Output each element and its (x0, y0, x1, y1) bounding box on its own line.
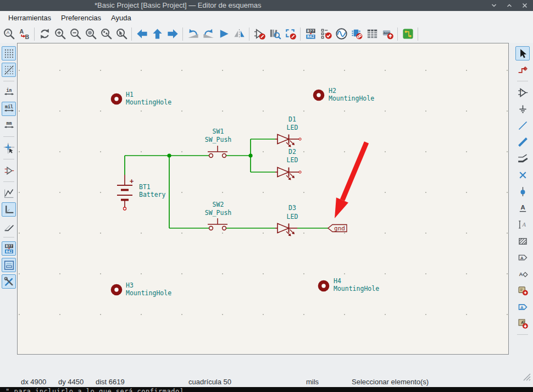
tool-draw-wire-tool[interactable] (515, 118, 530, 132)
toolbar-undo[interactable] (185, 26, 201, 42)
close-button[interactable] (521, 2, 529, 9)
tool-no-connect-tool[interactable] (515, 168, 530, 182)
component-h2[interactable]: H2 MountingHole (313, 87, 374, 102)
resize-grip-icon[interactable] (522, 372, 531, 383)
svg-text:LED: LED (287, 213, 298, 220)
toolbar-browse-libraries[interactable] (267, 26, 282, 42)
hiersheetplus-icon (517, 285, 529, 296)
tool-wires-45-degree[interactable] (2, 219, 16, 233)
component-sw1[interactable]: SW1 SW_Push (205, 128, 231, 157)
component-h1[interactable]: H1 MountingHole (111, 91, 171, 106)
component-d3[interactable]: D3 LED (275, 204, 298, 236)
tool-net-label-tool[interactable]: A (515, 201, 530, 215)
svg-text:D1: D1 (288, 115, 296, 123)
toolbar-assign-footprints[interactable] (349, 26, 364, 42)
svg-text:A: A (520, 255, 523, 260)
tool-wires-any-angle[interactable] (2, 186, 16, 200)
toolbar-zoom-in[interactable] (52, 26, 68, 42)
toolbar-redo[interactable] (201, 26, 216, 42)
svg-text:B: B (25, 34, 29, 40)
tool-textbox-tool[interactable]: A (515, 217, 530, 231)
toolbar-export-bom[interactable]: .bom (380, 26, 395, 42)
tool-properties-panel[interactable] (2, 274, 16, 289)
netlabel-icon: A (517, 252, 529, 263)
tool-wire-to-bus-entry-tool[interactable] (515, 151, 530, 165)
component-d1[interactable]: D1 LED (275, 115, 301, 147)
tool-shape-tool[interactable] (515, 234, 530, 248)
tool-grid-override[interactable] (2, 63, 16, 77)
junction-dot[interactable] (248, 153, 252, 157)
tool-show-annotations[interactable]: R??R42 (2, 241, 16, 256)
maximize-button[interactable] (506, 2, 513, 9)
svg-text:MountingHole: MountingHole (126, 98, 171, 106)
junction-dot[interactable] (167, 153, 171, 157)
menu-herramientas[interactable]: Herramientas (3, 11, 56, 25)
component-sw2[interactable]: SW2 SW_Push (205, 201, 231, 230)
toolbar-zoom-fit-page[interactable] (83, 26, 98, 42)
toolbar-find-replace[interactable]: AB (16, 26, 32, 42)
svg-text:A: A (520, 204, 525, 211)
toolbar-erc-check[interactable] (318, 26, 334, 42)
tool-show-grid[interactable] (2, 46, 16, 60)
separator (34, 27, 35, 41)
tool-draw-bus-tool[interactable] (515, 135, 530, 149)
toolbar-edit-symbol[interactable] (252, 26, 267, 42)
component-bt1[interactable]: + BT1 Battery (117, 175, 166, 210)
tool-place-power-tool[interactable] (515, 102, 530, 116)
power-label-gnd[interactable]: gnd (328, 225, 347, 233)
menu-preferencias[interactable]: Preferencias (56, 11, 106, 25)
bom-icon: .bom (381, 27, 394, 40)
toolbar-symbol-fields-table[interactable] (364, 26, 380, 42)
schematic-canvas[interactable]: H1 MountingHole H2 MountingHole H3 Mount… (17, 43, 509, 355)
toolbar-mirror[interactable] (231, 26, 247, 42)
menu-ayuda[interactable]: Ayuda (106, 11, 136, 25)
tool-highlight-net-tool[interactable] (515, 63, 530, 77)
toolbar-zoom-selection[interactable] (114, 26, 129, 42)
svg-text:SW2: SW2 (213, 201, 224, 208)
busentry-icon (517, 153, 529, 164)
toolbar-edit-sheet[interactable] (282, 26, 298, 42)
svg-text:A: A (519, 271, 523, 277)
toolbar-simulator[interactable] (334, 26, 349, 42)
tool-units-mils[interactable]: mil (2, 102, 16, 116)
tool-wires-orthogonal[interactable] (2, 202, 16, 217)
svg-text:H4: H4 (334, 277, 341, 285)
toolbar-navigate-back[interactable] (134, 26, 149, 42)
tool-select-tool[interactable] (515, 46, 530, 60)
component-h4[interactable]: H4 MountingHole (318, 277, 379, 292)
tool-hierarchical-sheet-tool[interactable] (515, 283, 530, 297)
tool-junction-tool[interactable] (515, 184, 530, 198)
toolbar-annotate[interactable]: R??R42 (303, 26, 318, 42)
tool-units-mm[interactable]: mm (2, 118, 16, 132)
noconnect-icon (517, 169, 529, 181)
hierarchy-icon (3, 260, 15, 271)
toolbar-zoom-out[interactable] (68, 26, 83, 42)
toolbar-open-pcb-editor[interactable] (400, 26, 415, 42)
toolbar-navigate-up[interactable] (149, 26, 165, 42)
navup-icon (151, 27, 164, 40)
toolbar-run[interactable] (216, 26, 231, 42)
zoomsel-icon (115, 27, 128, 40)
svg-text:LED: LED (287, 156, 298, 164)
tool-full-crosshair[interactable] (2, 141, 16, 155)
svg-text:MountingHole: MountingHole (126, 289, 171, 297)
separator (182, 27, 183, 41)
tool-global-label-tool[interactable]: A (515, 250, 530, 264)
toolbar-zoom-fit-objects[interactable] (98, 26, 114, 42)
component-h3[interactable]: H3 MountingHole (111, 281, 171, 297)
component-d2[interactable]: D2 LED (275, 148, 301, 180)
tool-show-hidden-pins[interactable]: -+ (2, 163, 16, 178)
toolbar-find[interactable]: A (1, 26, 16, 42)
minimize-button[interactable] (490, 2, 498, 9)
tool-units-inches[interactable]: in (2, 85, 16, 100)
svg-text:MountingHole: MountingHole (329, 95, 374, 102)
svg-text:H2: H2 (329, 87, 336, 95)
toolbar-refresh-view[interactable] (37, 26, 52, 42)
tool-import-sheet-pin-tool[interactable]: A (515, 316, 530, 330)
toolbar-navigate-forward[interactable] (165, 26, 180, 42)
tool-hierarchical-label-tool[interactable]: A (515, 300, 530, 314)
tool-directive-label-tool[interactable]: A (515, 267, 530, 281)
tool-hierarchy-navigator[interactable] (2, 258, 16, 272)
tool-place-symbol-tool[interactable]: +− (515, 85, 530, 100)
svg-text:A: A (19, 28, 24, 35)
